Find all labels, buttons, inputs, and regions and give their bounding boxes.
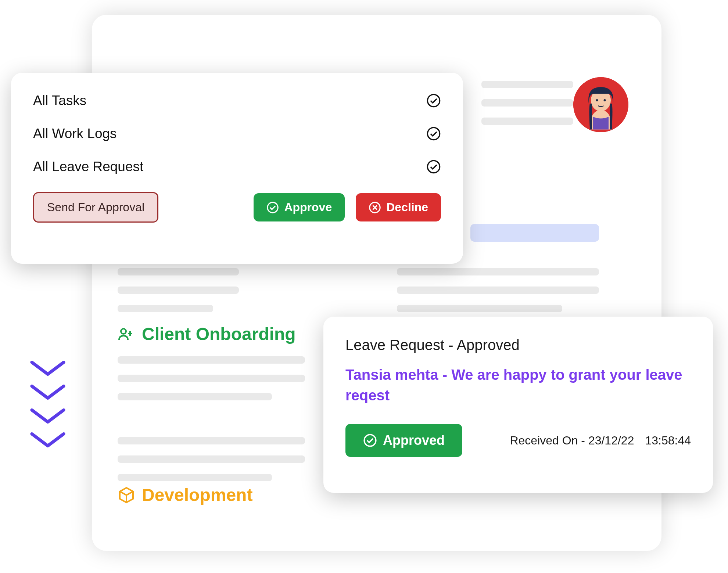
chevron-down-icon [28,428,68,452]
button-label: Send For Approval [47,201,144,214]
check-circle-icon [266,201,279,214]
check-circle-icon [363,433,377,447]
received-prefix: Received On - [510,434,588,447]
skeleton-line [397,305,562,312]
skeleton-line [481,99,573,107]
svg-point-3 [604,99,606,101]
skeleton-line [118,305,213,312]
received-date: 23/12/22 [588,434,634,447]
leave-footer: Approved Received On - 23/12/2213:58:44 [345,424,691,457]
x-circle-icon [369,201,381,214]
people-icon [118,325,135,343]
avatar[interactable] [573,77,628,132]
button-label: Decline [386,201,428,214]
approval-item-label: All Work Logs [33,126,117,141]
leave-title: Leave Request - Approved [345,337,691,353]
chevron-down-icon [28,380,68,404]
button-label: Approve [284,201,332,214]
skeleton-line [118,393,272,400]
skeleton-line [118,455,305,463]
send-for-approval-button[interactable]: Send For Approval [33,192,158,223]
skeleton-line [118,375,305,382]
svg-point-6 [427,161,440,173]
approved-badge-button[interactable]: Approved [345,424,462,457]
svg-point-10 [364,435,376,446]
section-development: Development [118,485,252,505]
approval-actions: Send For Approval Approve Decline [33,192,441,223]
skeleton-line [118,474,272,481]
svg-point-2 [596,99,598,101]
section-label: Development [142,485,252,505]
section-client-onboarding: Client Onboarding [118,324,296,344]
decline-button[interactable]: Decline [356,193,441,221]
cube-icon [118,486,135,504]
skeleton-line [118,286,239,294]
skeleton-line [397,286,599,294]
skeleton-highlight [470,224,599,242]
check-circle-icon [426,126,441,141]
skeleton-line [118,268,239,275]
svg-point-7 [268,202,278,212]
check-circle-icon [426,159,441,174]
leave-request-card: Leave Request - Approved Tansia mehta - … [323,317,713,493]
chevron-down-icon [28,404,68,428]
button-label: Approved [383,433,445,448]
check-circle-icon [426,93,441,108]
received-on-text: Received On - 23/12/2213:58:44 [510,434,691,447]
approval-item-leave: All Leave Request [33,159,441,174]
leave-message: Tansia mehta - We are happy to grant you… [345,364,691,406]
chevron-down-icon [28,356,68,380]
section-label: Client Onboarding [142,324,296,344]
chevron-stack-icon [28,356,68,452]
approval-item-tasks: All Tasks [33,93,441,108]
skeleton-line [481,118,573,125]
skeleton-line [397,268,599,275]
svg-point-5 [427,127,440,140]
approval-item-worklogs: All Work Logs [33,126,441,141]
approval-panel: All Tasks All Work Logs All Leave Reques… [11,73,463,264]
approval-item-label: All Leave Request [33,159,143,174]
received-time: 13:58:44 [645,434,691,447]
skeleton-line [118,356,305,364]
svg-point-9 [121,329,126,334]
skeleton-line [481,81,573,88]
skeleton-line [118,437,305,444]
avatar-illustration [573,77,628,132]
approval-item-label: All Tasks [33,93,86,108]
svg-point-4 [427,94,440,107]
approve-button[interactable]: Approve [254,193,345,221]
